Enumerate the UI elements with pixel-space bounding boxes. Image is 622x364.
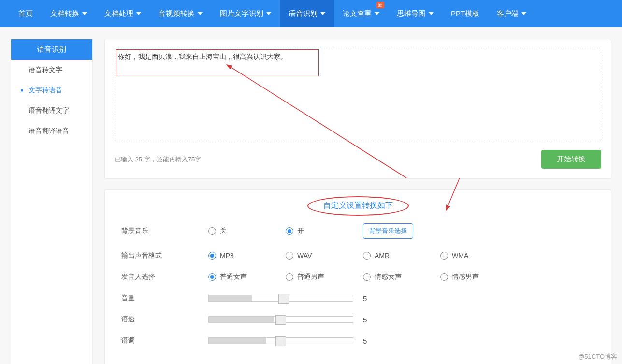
- input-panel: 已输入 25 字，还能再输入75字 开始转换: [104, 39, 611, 179]
- pitch-slider[interactable]: [208, 337, 353, 344]
- format-amr[interactable]: AMR: [363, 252, 402, 260]
- pitch-value: 5: [363, 337, 367, 345]
- voice-male[interactable]: 普通男声: [286, 273, 324, 281]
- char-counter: 已输入 25 字，还能再输入75字: [115, 155, 201, 164]
- sidebar-item-translate-speech[interactable]: 语音翻译语音: [11, 121, 92, 141]
- chevron-down-icon: [375, 12, 379, 15]
- nav-plagiarism[interactable]: 论文查重新: [334, 0, 388, 27]
- top-nav: 首页 文档转换 文档处理 音视频转换 图片文字识别 语音识别 论文查重新 思维导…: [0, 0, 622, 27]
- format-mp3[interactable]: MP3: [208, 252, 247, 260]
- bg-on-option[interactable]: 开: [286, 227, 324, 235]
- chevron-down-icon: [320, 12, 325, 15]
- voice-emo-male[interactable]: 情感男声: [440, 273, 479, 281]
- nav-av-convert[interactable]: 音视频转换: [150, 0, 211, 27]
- nav-speech[interactable]: 语音识别: [280, 0, 334, 27]
- setting-speed: 语速 5: [121, 315, 594, 324]
- volume-value: 5: [363, 294, 367, 303]
- radio-icon: [208, 252, 216, 260]
- sidebar-title: 语音识别: [11, 39, 92, 60]
- setting-pitch: 语调 5: [121, 336, 594, 345]
- nav-doc-process[interactable]: 文档处理: [96, 0, 150, 27]
- chevron-down-icon: [136, 12, 141, 15]
- textarea-container: [115, 48, 601, 141]
- settings-panel: 自定义设置转换如下 背景音乐 关 开 背景音乐选择 输出声音格式 MP3 WAV…: [104, 189, 611, 364]
- voice-female[interactable]: 普通女声: [208, 273, 247, 281]
- setting-bg-music: 背景音乐 关 开 背景音乐选择: [121, 223, 594, 239]
- volume-slider[interactable]: [208, 295, 353, 302]
- chevron-down-icon: [266, 12, 271, 15]
- setting-voice: 发音人选择 普通女声 普通男声 情感女声 情感男声: [121, 273, 594, 281]
- format-wav[interactable]: WAV: [286, 252, 324, 260]
- new-badge: 新: [376, 2, 384, 8]
- nav-client[interactable]: 客户端: [488, 0, 535, 27]
- radio-icon: [208, 273, 216, 281]
- nav-ocr[interactable]: 图片文字识别: [211, 0, 280, 27]
- main-area: 已输入 25 字，还能再输入75字 开始转换 自定义设置转换如下 背景音乐 关 …: [104, 39, 611, 364]
- speed-value: 5: [363, 316, 367, 324]
- tts-input[interactable]: [118, 51, 598, 136]
- bg-off-option[interactable]: 关: [208, 227, 247, 235]
- radio-icon: [440, 252, 448, 260]
- radio-icon: [286, 252, 293, 260]
- setting-volume: 音量 5: [121, 294, 594, 303]
- convert-button[interactable]: 开始转换: [541, 150, 601, 169]
- setting-format: 输出声音格式 MP3 WAV AMR WMA: [121, 251, 594, 260]
- sidebar-item-translate-text[interactable]: 语音翻译文字: [11, 101, 92, 121]
- bg-music-chooser-button[interactable]: 背景音乐选择: [363, 223, 413, 239]
- settings-title: 自定义设置转换如下: [121, 201, 594, 211]
- voice-emo-female[interactable]: 情感女声: [363, 273, 402, 281]
- watermark: @51CTO博客: [578, 352, 617, 361]
- chevron-down-icon: [82, 12, 87, 15]
- nav-mindmap[interactable]: 思维导图: [388, 0, 442, 27]
- radio-icon: [363, 252, 371, 260]
- radio-icon: [286, 273, 293, 281]
- chevron-down-icon: [429, 12, 434, 15]
- radio-icon: [440, 273, 448, 281]
- nav-ppt[interactable]: PPT模板: [442, 0, 488, 27]
- nav-home[interactable]: 首页: [10, 0, 42, 27]
- chevron-down-icon: [521, 12, 526, 15]
- radio-icon: [363, 273, 371, 281]
- radio-icon: [208, 227, 216, 235]
- radio-icon: [286, 227, 293, 235]
- speed-slider[interactable]: [208, 316, 353, 323]
- nav-doc-convert[interactable]: 文档转换: [42, 0, 96, 27]
- chevron-down-icon: [198, 12, 203, 15]
- sidebar-item-tts[interactable]: 文字转语音: [11, 80, 92, 101]
- sidebar: 语音识别 语音转文字 文字转语音 语音翻译文字 语音翻译语音: [11, 39, 93, 364]
- format-wma[interactable]: WMA: [440, 252, 479, 260]
- sidebar-item-stt[interactable]: 语音转文字: [11, 60, 92, 80]
